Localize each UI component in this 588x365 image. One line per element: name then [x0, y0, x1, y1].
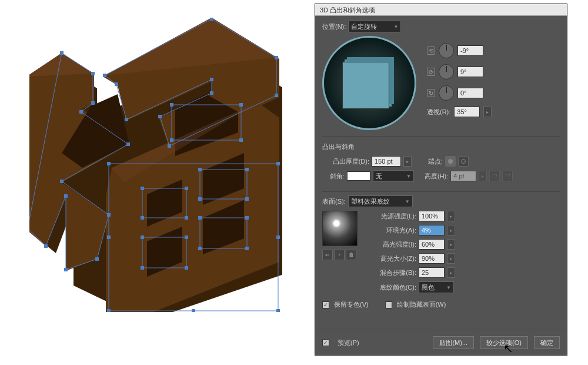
dialog-title: 3D 凸出和斜角选项: [315, 4, 567, 16]
dialog-footer: ✓ 预览(P) 贴图(M)... 较少选项(O) 确定: [315, 330, 567, 355]
bevel-in-icon: ⬚: [489, 171, 500, 181]
svg-rect-36: [168, 144, 171, 148]
light-intensity-label: 光源强度(L):: [366, 212, 416, 221]
rotate-z-input[interactable]: 0°: [457, 88, 483, 98]
ambient-input[interactable]: 4%: [419, 225, 445, 235]
rotate-y-icon: ⟳: [427, 68, 435, 76]
bevel-label: 斜角:: [322, 172, 345, 181]
new-light-button[interactable]: ▫: [334, 250, 345, 260]
svg-rect-52: [141, 216, 144, 220]
svg-rect-44: [170, 138, 173, 142]
svg-rect-46: [107, 162, 111, 165]
svg-rect-39: [210, 78, 213, 81]
svg-rect-59: [185, 235, 188, 239]
cursor-icon: ↖: [503, 341, 513, 356]
shading-color-dropdown[interactable]: 黑色: [419, 281, 454, 293]
preserve-spot-label: 保留专色(V): [334, 300, 369, 309]
svg-rect-68: [107, 235, 111, 239]
delete-light-button[interactable]: 🗑: [346, 250, 356, 260]
artwork-3d-character[interactable]: [29, 18, 282, 312]
svg-rect-40: [125, 118, 128, 121]
svg-rect-28: [64, 268, 68, 271]
bevel-swatch: [347, 171, 370, 181]
preview-label: 预览(P): [338, 339, 359, 347]
preserve-spot-checkbox[interactable]: ✓: [322, 301, 329, 308]
blend-steps-input[interactable]: 25: [419, 267, 445, 278]
canvas-area[interactable]: [0, 0, 315, 365]
rotate-x-input[interactable]: -9°: [457, 45, 483, 56]
ambient-stepper[interactable]: ▸: [447, 225, 455, 235]
svg-rect-49: [276, 309, 280, 312]
svg-rect-35: [275, 94, 278, 97]
rotate-y-dial[interactable]: [439, 64, 454, 79]
svg-rect-55: [245, 168, 249, 171]
rotate-y-input[interactable]: 9°: [457, 67, 483, 77]
extrude-section: 凸出与斜角 凸出厚度(D): 150 pt ▸ 端点: 斜角: 无 高度(H):…: [322, 136, 560, 192]
perspective-label: 透视(R):: [427, 108, 450, 117]
cap-label: 端点:: [428, 157, 443, 166]
blend-stepper[interactable]: ▸: [447, 267, 455, 278]
draw-hidden-checkbox[interactable]: [385, 301, 392, 308]
light-intensity-stepper[interactable]: ▸: [447, 211, 455, 221]
svg-rect-45: [239, 138, 243, 142]
hi-intensity-stepper[interactable]: ▸: [447, 239, 455, 250]
svg-rect-42: [170, 103, 173, 107]
svg-rect-37: [158, 115, 162, 118]
svg-marker-11: [29, 53, 91, 77]
svg-rect-66: [276, 235, 280, 239]
hi-size-stepper[interactable]: ▸: [447, 253, 455, 264]
svg-rect-56: [198, 197, 202, 201]
svg-rect-29: [64, 194, 68, 198]
extrude-depth-input[interactable]: 150 pt: [372, 156, 401, 167]
rotate-z-icon: ↻: [427, 89, 435, 97]
svg-rect-30: [44, 244, 48, 248]
preview-checkbox[interactable]: ✓: [322, 339, 329, 346]
perspective-input[interactable]: 35°: [454, 107, 480, 117]
map-art-button[interactable]: 贴图(M)...: [433, 336, 474, 349]
cap-off-button[interactable]: [458, 156, 469, 167]
light-sphere[interactable]: [322, 211, 358, 246]
light-intensity-input[interactable]: 100%: [419, 211, 445, 221]
extrude-bevel-dialog: 3D 凸出和斜角选项 位置(N): 自定旋转 ⟲ -9° ⟳: [315, 4, 567, 356]
svg-rect-57: [245, 197, 249, 201]
svg-rect-67: [192, 309, 195, 312]
bevel-height-input: 4 pt: [450, 171, 476, 181]
position-dropdown[interactable]: 自定旋转: [348, 21, 401, 32]
svg-rect-63: [245, 216, 249, 220]
svg-rect-62: [198, 216, 202, 220]
blend-steps-label: 混合步骤(B):: [366, 268, 416, 277]
svg-rect-25: [60, 180, 64, 183]
surface-dropdown[interactable]: 塑料效果底纹: [348, 195, 413, 207]
preview-cube: [342, 62, 389, 109]
svg-rect-64: [198, 247, 202, 250]
move-light-back-button[interactable]: ↩: [322, 250, 333, 260]
highlight-intensity-input[interactable]: 60%: [419, 239, 445, 250]
highlight-size-input[interactable]: 90%: [419, 253, 445, 264]
depth-stepper[interactable]: ▸: [403, 156, 412, 167]
svg-rect-22: [91, 101, 95, 105]
svg-rect-32: [103, 74, 106, 77]
surface-label: 表面(S):: [322, 197, 346, 206]
svg-rect-41: [115, 82, 118, 86]
rotation-track-cube[interactable]: [322, 36, 416, 130]
ambient-label: 环境光(A):: [366, 226, 416, 235]
svg-rect-26: [107, 213, 111, 217]
rotate-z-dial[interactable]: [439, 85, 454, 101]
svg-rect-48: [107, 309, 111, 312]
svg-rect-54: [198, 168, 202, 171]
svg-rect-33: [210, 18, 213, 21]
bevel-height-label: 高度(H):: [425, 172, 448, 181]
bevel-dropdown[interactable]: 无: [373, 170, 414, 182]
svg-rect-65: [245, 247, 249, 250]
draw-hidden-label: 绘制隐藏表面(W): [397, 300, 446, 309]
shading-color-label: 底纹颜色(C):: [366, 283, 416, 292]
height-stepper: ▸: [479, 171, 487, 181]
extrude-depth-label: 凸出厚度(D):: [322, 157, 369, 166]
svg-rect-53: [185, 216, 188, 220]
ok-button[interactable]: 确定: [534, 336, 560, 349]
rotate-x-dial[interactable]: [439, 43, 454, 58]
perspective-stepper[interactable]: ▸: [483, 107, 492, 117]
cap-on-button[interactable]: [445, 156, 456, 167]
rotate-x-icon: ⟲: [427, 47, 435, 55]
svg-rect-43: [239, 103, 243, 107]
